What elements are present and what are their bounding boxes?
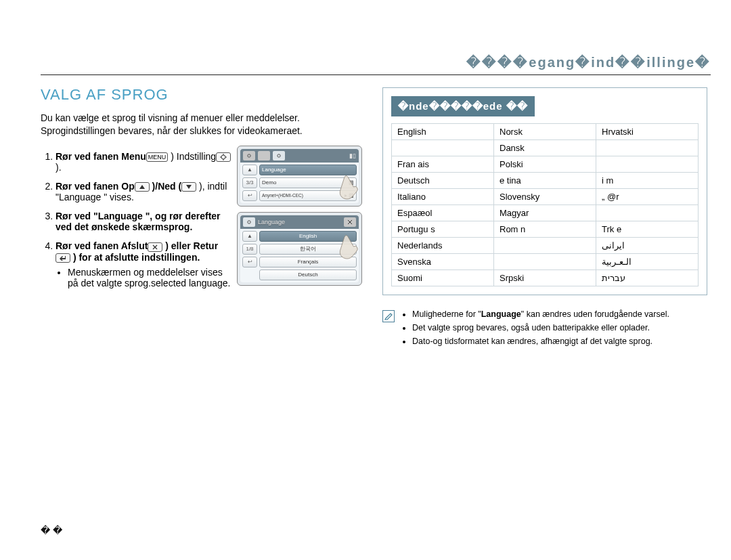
language-cell: Deutsch bbox=[392, 173, 494, 189]
down-icon bbox=[181, 182, 196, 192]
language-cell: Suomi bbox=[392, 270, 494, 286]
language-cell: „ @r bbox=[596, 189, 699, 205]
touch-hand-icon bbox=[334, 232, 363, 260]
language-cell: Hrvatski bbox=[596, 124, 699, 140]
language-cell: Rom n bbox=[494, 221, 596, 238]
step-2: Rør ved fanen Op )/Ned ( ), indtil "Lang… bbox=[56, 181, 231, 202]
page-indicator: 1/8 bbox=[242, 244, 257, 255]
language-cell: Dansk bbox=[494, 140, 596, 156]
step-1: Rør ved fanen MenuMENU ) Indstilling ). bbox=[56, 151, 231, 173]
language-cell: Fran ais bbox=[392, 156, 494, 173]
language-cell bbox=[596, 140, 699, 156]
up-icon bbox=[135, 182, 150, 192]
language-cell: e tina bbox=[494, 173, 596, 189]
return-button[interactable]: ↩ bbox=[242, 257, 257, 267]
svg-marker-5 bbox=[139, 185, 145, 189]
svg-point-10 bbox=[278, 154, 280, 157]
gear-icon bbox=[273, 151, 285, 160]
device-screenshot-settings: ▮▯ ▲ 3/3 ↩ Language Demo▧ Anynet+ bbox=[237, 146, 362, 207]
menu-icon: MENU bbox=[146, 152, 169, 162]
language-cell bbox=[392, 140, 494, 156]
language-cell: עברית bbox=[596, 270, 699, 286]
note-item: Dato-og tidsformatet kan ændres, afhængi… bbox=[412, 336, 669, 347]
device-title: Language bbox=[258, 219, 285, 225]
battery-icon: ▮▯ bbox=[349, 152, 356, 159]
step-3: Rør ved "Language ", og rør derefter ved… bbox=[56, 211, 231, 232]
language-cell: Polski bbox=[494, 156, 596, 173]
language-cell: Italiano bbox=[392, 189, 494, 205]
language-cell: English bbox=[392, 124, 494, 140]
svg-point-0 bbox=[221, 155, 225, 159]
step-4-bullet: Menuskærmen og meddelelser vises på det … bbox=[68, 267, 231, 288]
language-cell: Nederlands bbox=[392, 238, 494, 254]
notes-section: Mulighederne for "Language" kan ændres u… bbox=[382, 309, 707, 349]
gear-icon bbox=[216, 152, 231, 162]
intro-text: Du kan vælge et sprog til visning af men… bbox=[41, 112, 366, 137]
language-cell bbox=[596, 156, 699, 173]
language-cell bbox=[494, 254, 596, 270]
up-button[interactable]: ▲ bbox=[242, 231, 257, 242]
step-4: Rør ved fanen Afslut ) eller Retur ) for… bbox=[56, 240, 231, 288]
device-screenshot-language: Language ▲ 1/8 ↩ English bbox=[237, 212, 362, 286]
language-cell: Slovensky bbox=[494, 189, 596, 205]
gear-icon bbox=[243, 217, 255, 227]
language-cell: Portugu s bbox=[392, 221, 494, 238]
language-panel: �nde�����ede �� EnglishNorskHrvatskiDans… bbox=[382, 87, 707, 295]
close-icon bbox=[148, 242, 162, 252]
language-cell: الـعـربية bbox=[596, 254, 699, 270]
language-cell: Norsk bbox=[494, 124, 596, 140]
tab-icon bbox=[258, 151, 270, 160]
page-header: ����egang�ind��illinge� bbox=[41, 54, 711, 70]
language-cell: Espaæol bbox=[392, 205, 494, 221]
return-icon bbox=[56, 253, 70, 263]
note-icon bbox=[382, 310, 395, 322]
touch-hand-icon bbox=[334, 172, 363, 200]
svg-point-11 bbox=[248, 221, 250, 223]
header-divider bbox=[41, 74, 711, 75]
up-button[interactable]: ▲ bbox=[242, 165, 257, 175]
section-title: VALG AF SPROG bbox=[41, 86, 366, 104]
note-item: Det valgte sprog bevares, også uden batt… bbox=[412, 322, 669, 334]
steps-list: Rør ved fanen MenuMENU ) Indstilling ). … bbox=[41, 151, 231, 288]
language-table: EnglishNorskHrvatskiDanskFran aisPolskiD… bbox=[391, 123, 699, 286]
close-icon[interactable] bbox=[344, 217, 356, 227]
language-cell: Trk e bbox=[596, 221, 699, 238]
language-cell: Srpski bbox=[494, 270, 596, 286]
return-button[interactable]: ↩ bbox=[242, 190, 257, 201]
language-cell: i m bbox=[596, 173, 699, 189]
page-number: �� bbox=[41, 525, 65, 536]
note-item: Mulighederne for "Language" kan ændres u… bbox=[412, 309, 669, 320]
language-cell bbox=[596, 205, 699, 221]
language-cell bbox=[494, 238, 596, 254]
language-cell: Svenska bbox=[392, 254, 494, 270]
page-indicator: 3/3 bbox=[242, 177, 257, 188]
language-cell: ایرانی bbox=[596, 238, 699, 254]
language-panel-header: �nde�����ede �� bbox=[391, 96, 535, 116]
svg-point-9 bbox=[248, 154, 250, 157]
svg-marker-6 bbox=[186, 185, 192, 189]
list-item[interactable]: Deutsch bbox=[259, 270, 357, 280]
gear-icon bbox=[243, 151, 255, 160]
language-cell: Magyar bbox=[494, 205, 596, 221]
